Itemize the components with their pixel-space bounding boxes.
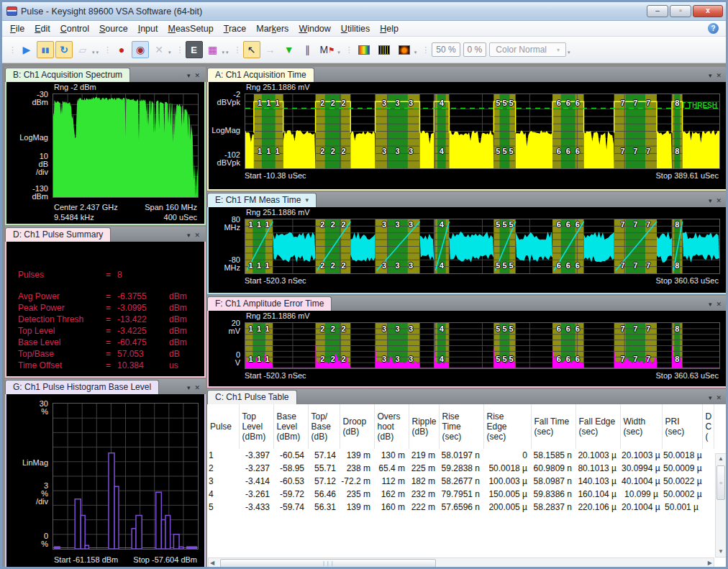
single-sweep-icon[interactable]: ▱ — [74, 41, 91, 58]
toolbar-overflow-icon[interactable]: ▾ — [226, 50, 229, 55]
scroll-right-icon[interactable]: ▶ — [708, 558, 712, 568]
tab-acquisition-spectrum[interactable]: B: Ch1 Acquisition Spectrum — [5, 68, 130, 82]
toolbar-grip[interactable]: ⋮ — [176, 45, 183, 55]
column-header[interactable]: Pulse — [207, 404, 239, 449]
record-icon[interactable]: ● — [113, 41, 130, 58]
chevron-down-icon[interactable]: ▾ — [187, 232, 191, 239]
restart-icon[interactable]: ↻ — [55, 41, 73, 58]
color-mode-select[interactable]: Color Normal▾ — [489, 42, 566, 57]
toolbar-grip[interactable]: ⋮ — [104, 45, 110, 55]
play-icon[interactable]: ▶ — [18, 41, 35, 58]
table-row[interactable]: 1-3.397-60.5457.14139 m130 m219 m58.0197… — [207, 449, 714, 462]
toolbar-overflow-icon[interactable]: ▾ — [414, 50, 417, 55]
plot-acquisition-time[interactable]: Rng 251.1886 mV DET THRESH 1111112222223… — [209, 82, 726, 189]
trigger-percent-box[interactable]: 0 % — [463, 42, 487, 57]
pause-icon[interactable]: ▮▮ — [37, 41, 54, 58]
toolbar-overflow-icon[interactable]: ▾ — [96, 50, 99, 55]
toolbar-overflow-icon[interactable]: ▾ — [568, 50, 570, 55]
toolbar-overflow-icon[interactable]: ▾ — [168, 50, 171, 55]
pulse-summary-readout[interactable]: Pulses=8Avg Power=-6.3755dBmPeak Power=-… — [6, 242, 204, 376]
menu-item-input[interactable]: Input — [133, 22, 163, 35]
close-icon[interactable]: ✕ — [194, 72, 200, 79]
toolbar-grip[interactable]: ⋮ — [422, 45, 428, 55]
column-header[interactable]: DC( — [702, 404, 714, 449]
menu-item-help[interactable]: Help — [375, 22, 404, 35]
chevron-down-icon[interactable]: ▾ — [187, 72, 191, 79]
table-row[interactable]: 3-3.414-60.5357.12-72.2 m112 m182 m58.26… — [207, 475, 714, 488]
close-icon[interactable]: ✕ — [194, 232, 200, 239]
plot-acquisition-spectrum[interactable]: Rng -2 dBm -30 dBm LogMag 10 dB /div -13… — [6, 82, 204, 224]
table-row[interactable]: 5-3.433-59.7456.31139 m160 m222 m57.6596… — [207, 501, 714, 514]
column-header[interactable]: Droop(dB) — [340, 404, 374, 449]
zoom-percent-box[interactable]: 50 % — [432, 42, 460, 57]
chevron-down-icon[interactable]: ▾ — [709, 301, 712, 308]
plot-pulse-histogram[interactable]: 30 % LinMag 3 % /div 0 % Start -61.158 d… — [6, 394, 204, 568]
close-button[interactable]: x — [693, 5, 723, 17]
scroll-up-icon[interactable]: ▲ — [716, 454, 726, 464]
chevron-down-icon[interactable]: ▾ — [709, 197, 712, 204]
restore-button[interactable]: ▫ — [670, 5, 691, 17]
close-icon[interactable]: ✕ — [716, 197, 722, 204]
column-header[interactable]: Ripple(dB) — [409, 404, 439, 449]
tab-pulse-histogram[interactable]: G: Ch1 Pulse Histogram Base Level — [5, 380, 159, 394]
vertical-scroll-thumb[interactable]: ≡ — [716, 465, 725, 500]
menu-item-file[interactable]: File — [5, 22, 29, 35]
band-marker-icon[interactable]: ∥ — [299, 41, 317, 58]
vertical-scrollbar[interactable]: ▲ ≡ ▼ — [715, 453, 727, 557]
chevron-down-icon[interactable]: ▾ — [187, 384, 191, 391]
tab-dropdown-icon[interactable]: ▾ — [305, 196, 309, 204]
column-header[interactable]: RiseEdge(sec) — [483, 404, 531, 449]
column-header[interactable]: Overshoot(dB) — [374, 404, 409, 449]
layout-grid-icon[interactable]: ▦ — [204, 41, 222, 58]
menu-item-source[interactable]: Source — [94, 22, 133, 35]
column-header[interactable]: Fall Time(sec) — [531, 404, 575, 449]
overflow-chevron-icon[interactable]: ▾ — [92, 50, 95, 55]
overflow-chevron-icon[interactable]: ▾ — [222, 50, 225, 55]
table-row[interactable]: 4-3.261-59.7256.46235 m162 m232 m79.7951… — [207, 488, 714, 501]
tab-pulse-table[interactable]: C: Ch1 Pulse Table — [207, 390, 297, 404]
column-header[interactable]: TopLevel(dBm) — [239, 404, 273, 449]
close-icon[interactable]: ✕ — [716, 301, 722, 308]
window-titlebar[interactable]: Pulse - Keysight 89600 VSA Software (64-… — [2, 2, 726, 21]
tab-fm-meas-time[interactable]: E: Ch1 FM Meas Time▾ — [207, 193, 317, 207]
scroll-left-icon[interactable]: ◀ — [210, 558, 214, 568]
calibration-icon[interactable]: ✕ — [150, 41, 168, 58]
tab-pulse-summary[interactable]: D: Ch1 Pulse Summary — [5, 227, 111, 242]
toolbar-grip[interactable]: ⋮ — [345, 45, 352, 55]
horizontal-scrollbar[interactable]: ◀ ❘❘❘ ▶ — [208, 557, 714, 569]
column-header[interactable]: RiseTime(sec) — [439, 404, 483, 449]
chevron-down-icon[interactable]: ▾ — [709, 394, 712, 401]
peak-search-icon[interactable]: ▼ — [281, 41, 298, 58]
cumulative-history-icon[interactable] — [395, 41, 414, 58]
chevron-down-icon[interactable]: ▾ — [709, 72, 712, 79]
menu-item-edit[interactable]: Edit — [29, 22, 55, 35]
marker-icon[interactable]: M⚑ — [318, 41, 337, 58]
menu-item-meassetup[interactable]: MeasSetup — [163, 22, 218, 35]
column-header[interactable]: Fall Edge(sec) — [575, 404, 620, 449]
tab-amplitude-error-time[interactable]: F: Ch1 Amplitude Error Time — [207, 296, 332, 311]
plot-fm-meas-time[interactable]: Rng 251.1886 mV 111111222222333333445555… — [209, 207, 726, 293]
menu-item-control[interactable]: Control — [55, 22, 94, 35]
column-header[interactable]: PRI(sec) — [662, 404, 702, 449]
select-arrow-icon[interactable]: ↖ — [243, 41, 260, 58]
column-header[interactable]: Top/Base(dB) — [308, 404, 340, 449]
close-icon[interactable]: ✕ — [716, 394, 722, 401]
table-row[interactable]: 2-3.237-58.9555.71238 m65.4 m225 m59.283… — [207, 462, 714, 475]
column-header[interactable]: BaseLevel(dBm) — [273, 404, 308, 449]
menu-item-trace[interactable]: Trace — [219, 22, 252, 35]
preset-e-icon[interactable]: E — [186, 41, 203, 58]
column-header[interactable]: Width(sec) — [620, 404, 662, 449]
toolbar-grip[interactable]: ⋮ — [9, 45, 15, 55]
minimize-button[interactable]: – — [647, 5, 668, 17]
close-icon[interactable]: ✕ — [194, 384, 200, 391]
menu-item-window[interactable]: Window — [294, 22, 335, 35]
menu-item-markers[interactable]: Markers — [251, 22, 294, 35]
close-icon[interactable]: ✕ — [716, 72, 722, 79]
plot-amplitude-error-time[interactable]: Rng 251.1886 mV 111111222222333333445555… — [209, 311, 726, 386]
menu-item-utilities[interactable]: Utilities — [336, 22, 375, 35]
spectrogram-icon[interactable] — [355, 41, 373, 58]
horizontal-scroll-thumb[interactable]: ❘❘❘ — [220, 559, 436, 568]
toolbar-grip[interactable]: ⋮ — [234, 45, 240, 55]
scroll-down-icon[interactable]: ▼ — [716, 547, 726, 557]
tab-acquisition-time[interactable]: A: Ch1 Acquisition Time — [207, 68, 314, 82]
